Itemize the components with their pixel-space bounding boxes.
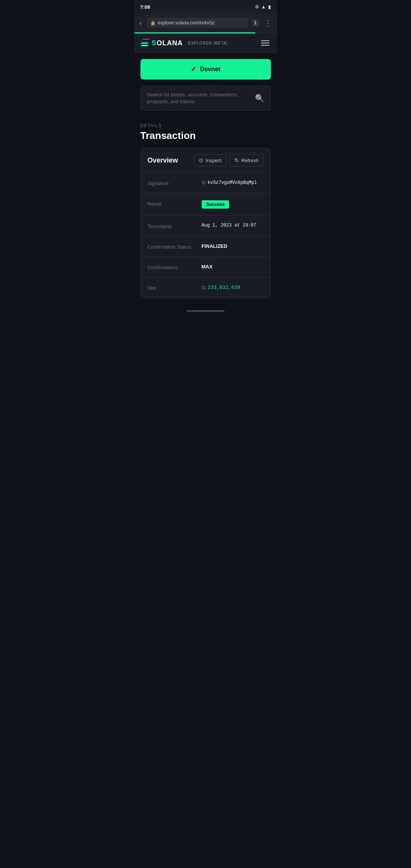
slot-copy-icon[interactable]: ⧉ bbox=[202, 284, 206, 291]
status-icons: ⚙ ▲ ▮ bbox=[255, 4, 271, 10]
result-label: Result bbox=[148, 200, 197, 207]
check-icon: ✓ bbox=[191, 65, 196, 73]
hamburger-menu[interactable] bbox=[260, 39, 271, 47]
search-icon[interactable]: 🔍 bbox=[255, 94, 264, 103]
logo-area: SOLANA EXPLORER (BETA) bbox=[140, 39, 228, 47]
browser-chrome: ‹ 🔒 explorer.solana.com/tx/kvSz 1 ⋮ bbox=[134, 14, 277, 32]
logo-text: SOLANA bbox=[152, 39, 183, 47]
progress-bar bbox=[134, 32, 277, 34]
bottom-indicator bbox=[186, 310, 225, 312]
confirmations-label: Confirmations bbox=[148, 264, 197, 270]
battery-icon: ▮ bbox=[268, 4, 271, 10]
signature-value: ⧉ kvSz7vgoMVo6pBqMpl bbox=[202, 180, 264, 186]
status-time: 7:08 bbox=[140, 4, 150, 10]
settings-icon: ⚙ bbox=[255, 4, 259, 10]
address-bar[interactable]: 🔒 explorer.solana.com/tx/kvSz bbox=[147, 18, 249, 28]
confirmation-status-label: Confirmation Status bbox=[148, 243, 197, 250]
refresh-icon: ↻ bbox=[234, 157, 239, 163]
search-box[interactable]: Search for blocks, accounts, transaction… bbox=[140, 86, 271, 111]
slot-link[interactable]: 233,832,629 bbox=[208, 285, 241, 290]
overview-header: Overview ⊙ Inspect ↻ Refresh bbox=[141, 148, 271, 172]
max-text: MAX bbox=[202, 264, 213, 270]
lock-icon: 🔒 bbox=[150, 21, 156, 26]
timestamp-value: Aug 1, 2023 at 19:07 bbox=[202, 223, 264, 228]
slot-value: ⧉ 233,832,629 bbox=[202, 284, 264, 291]
search-section: Search for blocks, accounts, transaction… bbox=[134, 86, 277, 117]
slot-label: Slot bbox=[148, 284, 197, 291]
result-row: Result Success bbox=[141, 193, 271, 215]
explorer-badge: EXPLORER (BETA) bbox=[188, 41, 228, 45]
back-button[interactable]: ‹ bbox=[138, 18, 143, 29]
details-title: Transaction bbox=[140, 130, 271, 142]
finalized-text: FINALIZED bbox=[202, 243, 228, 249]
overview-title: Overview bbox=[148, 156, 178, 164]
inspect-label: Inspect bbox=[206, 158, 221, 163]
timestamp-text: Aug 1, 2023 at 19:07 bbox=[202, 223, 256, 228]
inspect-button[interactable]: ⊙ Inspect bbox=[194, 154, 226, 166]
bottom-bar bbox=[134, 304, 277, 313]
site-header: SOLANA EXPLORER (BETA) bbox=[134, 34, 277, 53]
overview-card: Overview ⊙ Inspect ↻ Refresh Signature ⧉… bbox=[140, 148, 271, 298]
network-button[interactable]: ✓ Devnet bbox=[140, 59, 271, 80]
details-section: DETAILS Transaction bbox=[134, 117, 277, 145]
signature-label: Signature bbox=[148, 180, 197, 186]
success-badge: Success bbox=[202, 200, 229, 209]
search-placeholder: Search for blocks, accounts, transaction… bbox=[147, 91, 251, 105]
inspect-icon: ⊙ bbox=[199, 157, 203, 163]
browser-tabs[interactable]: 1 bbox=[252, 19, 260, 27]
wifi-icon: ▲ bbox=[261, 4, 266, 10]
timestamp-label: Timestamp bbox=[148, 223, 197, 229]
solana-logo-icon bbox=[140, 39, 151, 47]
signature-text: kvSz7vgoMVo6pBqMpl bbox=[208, 180, 257, 185]
slot-row: Slot ⧉ 233,832,629 bbox=[141, 277, 271, 298]
confirmations-row: Confirmations MAX bbox=[141, 257, 271, 277]
browser-menu[interactable]: ⋮ bbox=[263, 17, 273, 29]
result-value: Success bbox=[202, 200, 264, 209]
details-label: DETAILS bbox=[140, 123, 271, 128]
status-bar: 7:08 ⚙ ▲ ▮ bbox=[134, 0, 277, 14]
signature-row: Signature ⧉ kvSz7vgoMVo6pBqMpl bbox=[141, 172, 271, 193]
network-label: Devnet bbox=[200, 66, 220, 73]
overview-actions: ⊙ Inspect ↻ Refresh bbox=[194, 154, 263, 166]
confirmation-status-value: FINALIZED bbox=[202, 243, 264, 249]
logo: SOLANA bbox=[140, 39, 183, 47]
network-section: ✓ Devnet bbox=[134, 53, 277, 86]
refresh-button[interactable]: ↻ Refresh bbox=[229, 154, 264, 166]
timestamp-row: Timestamp Aug 1, 2023 at 19:07 bbox=[141, 215, 271, 236]
progress-fill bbox=[134, 32, 256, 34]
copy-icon[interactable]: ⧉ bbox=[202, 180, 206, 186]
refresh-label: Refresh bbox=[241, 158, 259, 163]
confirmation-status-row: Confirmation Status FINALIZED bbox=[141, 236, 271, 257]
confirmations-value: MAX bbox=[202, 264, 264, 270]
address-text: explorer.solana.com/tx/kvSz bbox=[158, 20, 245, 26]
